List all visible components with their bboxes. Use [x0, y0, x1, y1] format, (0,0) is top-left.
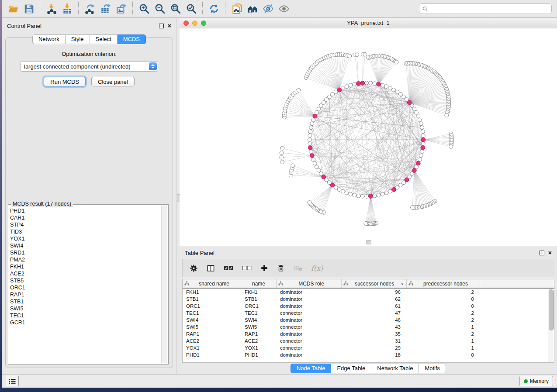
table-scrollbar-thumb[interactable]	[549, 289, 554, 330]
import-network-icon[interactable]	[44, 1, 59, 16]
zoom-in-icon[interactable]	[136, 1, 152, 16]
mcds-result-item[interactable]: STB1	[10, 298, 160, 305]
mcds-result-scrollbar[interactable]	[161, 206, 167, 363]
float-panel-icon[interactable]	[159, 24, 164, 28]
criterion-select[interactable]: largest connected component (undirected)	[20, 61, 158, 72]
control-panel-title: Control Panel	[7, 23, 42, 29]
home-networks-icon[interactable]	[245, 1, 260, 16]
tab-motifs[interactable]: Motifs	[419, 364, 446, 373]
cell-mcds-role: connector	[277, 345, 342, 351]
export-network-icon[interactable]	[82, 1, 98, 16]
column-header-name[interactable]: name	[241, 279, 277, 288]
export-image-icon[interactable]	[114, 1, 129, 16]
mcds-result-item[interactable]: CAR1	[10, 214, 160, 221]
mcds-result-item[interactable]: SWI5	[10, 305, 160, 312]
zoom-out-icon[interactable]	[152, 1, 168, 16]
table-scrollbar[interactable]	[548, 289, 554, 362]
import-table-icon[interactable]	[59, 1, 75, 16]
tab-network[interactable]: Network	[32, 34, 66, 44]
network-graph[interactable]	[180, 28, 557, 246]
tab-node-table[interactable]: Node Table	[291, 364, 332, 373]
table-row[interactable]: SWI4SWI4dominator462	[183, 316, 554, 323]
toolbar-separator	[225, 2, 226, 15]
show-eye-icon[interactable]	[276, 1, 292, 16]
memory-label: Memory	[530, 378, 549, 384]
task-history-button[interactable]	[6, 376, 19, 386]
maximize-window-icon[interactable]	[201, 21, 206, 26]
share-document-icon[interactable]	[229, 1, 245, 16]
save-icon[interactable]	[21, 1, 37, 16]
cell-mcds-role: dominator	[277, 289, 342, 295]
export-table-icon[interactable]	[98, 1, 114, 16]
column-view-icon[interactable]	[207, 264, 215, 272]
table-row[interactable]: SWI5SWI5connector431	[183, 323, 554, 330]
mcds-result-item[interactable]: PMA2	[10, 256, 160, 263]
tab-network-table[interactable]: Network Table	[371, 364, 419, 373]
mcds-result-item[interactable]: GCR1	[10, 319, 160, 326]
minimize-window-icon[interactable]	[192, 21, 197, 26]
mcds-result-item[interactable]: ACE2	[10, 270, 160, 277]
open-folder-icon[interactable]	[5, 1, 21, 16]
table-toolbar: f(x)	[182, 259, 554, 277]
table-row[interactable]: PHD1PHD1dominator180	[183, 351, 554, 358]
cell-predecessor-nodes: 0	[407, 352, 480, 358]
mcds-result-item[interactable]: YOX1	[10, 235, 160, 242]
column-header-shared-name[interactable]: shared name	[183, 279, 241, 288]
cell-mcds-role: connector	[277, 338, 342, 344]
search-input[interactable]	[430, 5, 548, 12]
table-panel-title: Table Panel	[185, 250, 214, 256]
vertical-splitter[interactable]	[176, 18, 180, 374]
mcds-result-item[interactable]: TEC1	[10, 312, 160, 319]
mcds-result-item[interactable]: RAP1	[10, 291, 160, 298]
column-header-predecessor-nodes[interactable]: predecessor nodes	[407, 279, 480, 288]
table-row[interactable]: RAP1RAP1dominator352	[183, 330, 554, 337]
hide-eye-icon[interactable]	[260, 1, 276, 16]
zoom-fit-icon[interactable]	[168, 1, 183, 16]
close-table-panel-icon[interactable]: ×	[548, 251, 552, 255]
column-header-mcds-role[interactable]: MCDS role	[277, 279, 342, 288]
tab-style[interactable]: Style	[66, 34, 90, 44]
search-box[interactable]	[419, 3, 552, 14]
close-window-icon[interactable]	[183, 21, 189, 26]
memory-button[interactable]: Memory	[519, 376, 553, 386]
select-stepper-icon	[149, 62, 157, 70]
tab-mcds[interactable]: MCDS	[118, 34, 146, 44]
mcds-result-item[interactable]: FKH1	[10, 263, 160, 270]
table-row[interactable]: TEC1TEC1connector472	[183, 309, 554, 316]
shared-column-icon	[343, 281, 348, 286]
control-panel: Control Panel × NetworkStyleSelectMCDS O…	[2, 18, 176, 374]
delete-icon[interactable]	[277, 264, 285, 272]
network-title: YPA_prune.txt_1	[347, 20, 389, 26]
mcds-result-item[interactable]: SRD1	[10, 249, 160, 256]
mcds-result-item[interactable]: ORC1	[10, 284, 160, 291]
mcds-result-item[interactable]: SWI4	[10, 242, 160, 249]
run-mcds-button[interactable]: Run MCDS	[44, 77, 86, 86]
table-row[interactable]: ACE2ACE2connector311	[183, 337, 554, 344]
table-row[interactable]: FKH1FKH1dominator962	[183, 289, 554, 296]
float-table-panel-icon[interactable]	[540, 251, 544, 255]
mcds-result-item[interactable]: STP4	[10, 221, 160, 228]
column-header-successor-nodes[interactable]: successor nodes∨	[342, 279, 407, 288]
network-view[interactable]	[180, 28, 557, 246]
select-all-icon[interactable]	[224, 265, 233, 271]
table-row[interactable]: STB1STB1dominator620	[183, 296, 554, 303]
table-row[interactable]: ORC1ORC1dominator610	[183, 303, 554, 309]
mcds-result-item[interactable]: STB5	[10, 277, 160, 284]
mcds-result-item[interactable]: PHD1	[10, 207, 160, 214]
horizontal-splitter-handle[interactable]	[366, 240, 371, 244]
tab-edge-table[interactable]: Edge Table	[331, 364, 371, 373]
cell-name: FKH1	[241, 289, 277, 295]
mcds-result-item[interactable]: TID3	[10, 228, 160, 235]
add-column-icon[interactable]	[260, 264, 268, 272]
tab-select[interactable]: Select	[90, 34, 118, 44]
close-panel-icon[interactable]: ×	[168, 24, 171, 28]
table-row[interactable]: YOX1YOX1connector291	[183, 344, 554, 351]
zoom-selected-icon[interactable]	[183, 1, 199, 16]
refresh-layout-icon[interactable]	[206, 1, 222, 16]
toolbar-separator	[40, 2, 41, 15]
close-panel-button[interactable]: Close panel	[91, 77, 135, 86]
deselect-all-icon[interactable]	[242, 265, 252, 271]
gear-icon[interactable]	[190, 264, 198, 272]
main-toolbar	[2, 0, 557, 18]
cell-predecessor-nodes: 2	[407, 331, 480, 337]
